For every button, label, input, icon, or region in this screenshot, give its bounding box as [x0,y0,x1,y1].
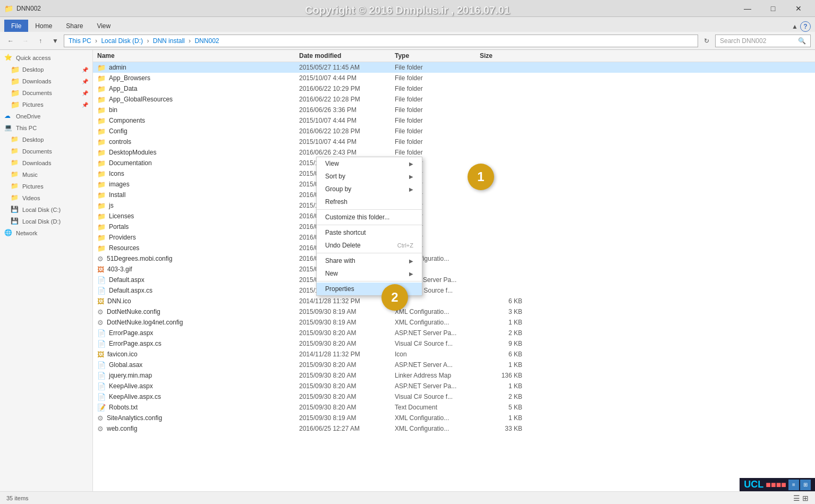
table-row[interactable]: 📄 Default.aspx.cs 2015/10/07 4:59 PM Vis… [93,285,815,296]
table-row[interactable]: 📁 Resources 2016/06/22 10:28 PM File fol… [93,243,815,253]
menu-item-view[interactable]: View▶ [317,157,422,170]
table-row[interactable]: 📄 ErrorPage.aspx 2015/09/30 8:20 AM ASP.… [93,328,815,338]
close-button[interactable]: ✕ [786,0,811,17]
table-row[interactable]: 📄 Default.aspx 2015/09/30 8:20 AM ASP.NE… [93,275,815,285]
table-row[interactable]: 📁 Documentation 2015/10/07 4:44 PM File … [93,158,815,168]
table-row[interactable]: 📄 KeepAlive.aspx 2015/09/30 8:20 AM ASP.… [93,381,815,391]
table-row[interactable]: 📝 Robots.txt 2015/09/30 8:20 AM Text Doc… [93,402,815,413]
table-row[interactable]: 📁 images 2015/09/30 8:20 AM File folder [93,179,815,190]
sidebar-item-quickaccess[interactable]: ⭐ Quick access [0,52,92,64]
list-view-icon[interactable]: ☰ [793,494,800,502]
table-row[interactable]: ⚙ SiteAnalytics.config 2015/09/30 8:19 A… [93,413,815,423]
table-row[interactable]: ⚙ DotNetNuke.config 2015/09/30 8:19 AM X… [93,306,815,317]
back-button[interactable]: ← [4,35,17,47]
menu-item-paste-shortcut[interactable]: Paste shortcut [317,226,422,239]
details-view-icon[interactable]: ⊞ [802,494,809,502]
recent-locations-button[interactable]: ▼ [49,35,62,47]
table-row[interactable]: 📁 bin 2016/06/26 3:36 PM File folder [93,105,815,115]
tab-view[interactable]: View [90,20,117,32]
sidebar-item-pictures2[interactable]: 📁 Pictures [0,181,92,192]
maximize-button[interactable]: □ [761,0,785,17]
menu-item-share-with[interactable]: Share with▶ [317,254,422,267]
column-name[interactable]: Name [97,52,299,59]
table-row[interactable]: 📁 Portals 2016/06/22 10:28 PM File folde… [93,221,815,232]
table-row[interactable]: 📁 Components 2015/10/07 4:44 PM File fol… [93,115,815,126]
table-row[interactable]: 🖼 favicon.ico 2014/11/28 11:32 PM Icon 6… [93,349,815,360]
table-row[interactable]: ⚙ web.config 2016/06/25 12:27 AM XML Con… [93,423,815,434]
sidebar-item-music[interactable]: 📁 Music [0,169,92,181]
table-row[interactable]: 📁 js 2015/10/07 5:13 PM File folder [93,200,815,211]
sidebar-item-pictures[interactable]: 📁 Pictures 📌 [0,99,92,110]
view-icon-1[interactable]: ≡ [788,480,799,490]
view-icon-2[interactable]: ⊞ [800,480,811,490]
sidebar-item-documents2[interactable]: 📁 Documents [0,146,92,157]
breadcrumb-dnn002[interactable]: DNN002 [194,37,219,45]
sidebar-item-desktop[interactable]: 📁 Desktop 📌 [0,64,92,75]
menu-item-new[interactable]: New▶ [317,267,422,280]
menu-label: Group by [325,185,351,193]
file-size: 2 KB [480,329,522,337]
tab-file[interactable]: File [4,20,28,32]
sidebar-item-downloads2[interactable]: 📁 Downloads [0,157,92,169]
sidebar-item-desktop2[interactable]: 📁 Desktop [0,134,92,146]
tab-home[interactable]: Home [28,20,59,32]
file-name: 📝 Robots.txt [97,404,299,412]
table-row[interactable]: 📄 Global.asax 2015/09/30 8:20 AM ASP.NET… [93,360,815,370]
table-row[interactable]: 📁 App_Data 2016/06/22 10:29 PM File fold… [93,83,815,94]
ribbon-expand-icon[interactable]: ▲ [792,23,798,30]
breadcrumb-dnninstall[interactable]: DNN install [153,37,185,45]
search-box[interactable]: Search DNN002 🔍 [715,35,811,47]
file-name: 📄 KeepAlive.aspx [97,382,299,390]
table-row[interactable]: 📁 DesktopModules 2016/06/26 2:43 PM File… [93,147,815,158]
refresh-address-button[interactable]: ↻ [700,35,713,47]
table-row[interactable]: 📄 jquery.min.map 2015/09/30 8:20 AM Link… [93,370,815,381]
menu-item-customize[interactable]: Customize this folder... [317,211,422,224]
table-row[interactable]: 📁 Config 2016/06/22 10:28 PM File folder [93,126,815,136]
table-row[interactable]: 📄 KeepAlive.aspx.cs 2015/09/30 8:20 AM V… [93,391,815,402]
star-icon: ⭐ [4,54,13,62]
breadcrumb-thispc[interactable]: This PC [69,37,91,45]
sidebar-item-network[interactable]: 🌐 Network [0,227,92,239]
column-size[interactable]: Size [480,52,522,59]
table-row[interactable]: 📁 Providers 2016/06/22 10:28 PM File fol… [93,232,815,243]
submenu-arrow-icon: ▶ [409,161,413,167]
minimize-button[interactable]: — [735,0,760,17]
table-row[interactable]: 📁 Icons 2015/05/27 11:45 AM File folder [93,168,815,179]
file-name: 📁 Icons [97,170,299,178]
sidebar-item-downloads[interactable]: 📁 Downloads 📌 [0,75,92,87]
table-row[interactable]: 📁 Licenses 2016/06/22 10:28 PM File fold… [93,211,815,221]
sidebar-item-thispc[interactable]: 💻 This PC [0,122,92,134]
table-row[interactable]: 📁 controls 2015/10/07 4:44 PM File folde… [93,136,815,147]
tab-share[interactable]: Share [59,20,90,32]
sidebar-item-videos[interactable]: 📁 Videos [0,192,92,204]
menu-item-undo-delete[interactable]: Undo DeleteCtrl+Z [317,239,422,252]
table-row[interactable]: 📁 admin 2015/05/27 11:45 AM File folder [93,62,815,73]
table-row[interactable]: ⚙ 51Degrees.mobi.config 2016/06/22 10:28… [93,253,815,264]
sidebar-item-documents[interactable]: 📁 Documents 📌 [0,87,92,99]
table-row[interactable]: 📁 Install 2016/06/22 10:28 PM File folde… [93,190,815,200]
menu-item-sort-by[interactable]: Sort by▶ [317,170,422,183]
column-modified[interactable]: Date modified [299,52,395,59]
table-row[interactable]: 🖼 403-3.gif 2015/09/30 8:20 AM GIF File [93,264,815,275]
sidebar-item-local-c[interactable]: 💾 Local Disk (C:) [0,204,92,216]
sidebar-item-local-d[interactable]: 💾 Local Disk (D:) [0,216,92,227]
menu-item-refresh[interactable]: Refresh [317,195,422,208]
breadcrumb-localdisk[interactable]: Local Disk (D:) [101,37,143,45]
file-modified: 2015/10/07 4:44 PM [299,117,395,124]
address-input[interactable]: This PC › Local Disk (D:) › DNN install … [64,35,698,47]
sidebar-item-onedrive[interactable]: ☁ OneDrive [0,110,92,122]
folder-gray-icon: 📁 [11,194,19,202]
help-icon[interactable]: ? [800,21,811,32]
table-row[interactable]: 🖼 DNN.ico 2014/11/28 11:32 PM Icon 6 KB [93,296,815,306]
table-row[interactable]: 📁 App_Browsers 2015/10/07 4:44 PM File f… [93,73,815,83]
forward-button[interactable]: → [19,35,32,47]
up-button[interactable]: ↑ [34,35,47,47]
file-modified: 2014/11/28 11:32 PM [299,351,395,358]
title-bar: 📁 DNN002 — □ ✕ [0,0,815,17]
table-row[interactable]: ⚙ DotNetNuke.log4net.config 2015/09/30 8… [93,317,815,328]
menu-item-group-by[interactable]: Group by▶ [317,183,422,195]
table-row[interactable]: 📁 App_GlobalResources 2016/06/22 10:28 P… [93,94,815,105]
table-row[interactable]: 📄 ErrorPage.aspx.cs 2015/09/30 8:20 AM V… [93,338,815,349]
file-icon-aspx: 📄 [97,329,106,337]
column-type[interactable]: Type [395,52,480,59]
